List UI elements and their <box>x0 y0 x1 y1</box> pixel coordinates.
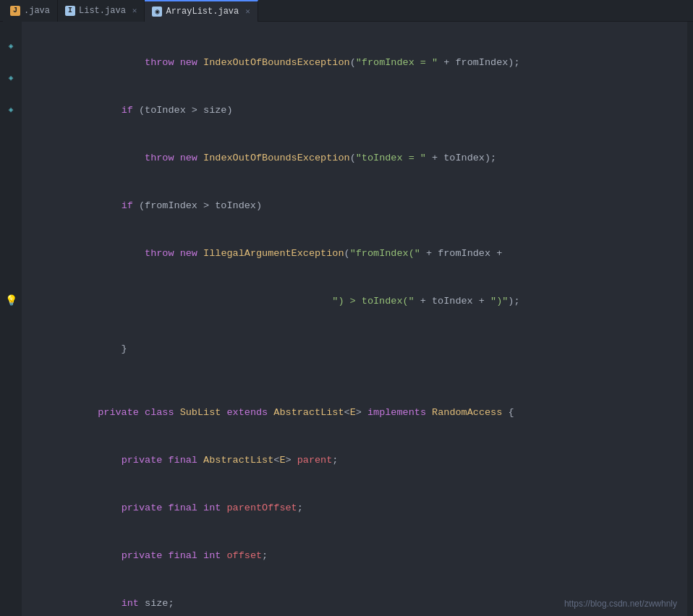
code-line-5: if (fromIndex > toIndex) <box>27 182 687 230</box>
tab-java[interactable]: J .java <box>3 0 58 22</box>
tab-java-label: .java <box>24 6 50 16</box>
gutter-6: ◈ <box>0 101 22 117</box>
gutter-10 <box>0 165 22 181</box>
gutter-15 <box>0 244 22 260</box>
gutter-28 <box>0 451 22 467</box>
gutter-12 <box>0 197 22 213</box>
gutter-24 <box>0 388 22 403</box>
gutter-17 <box>0 276 22 292</box>
gutter-21 <box>0 340 22 356</box>
code-line-4: throw new IndexOutOfBoundsException("toI… <box>27 134 687 182</box>
code-line-10: private class SubList extends AbstractLi… <box>27 389 687 437</box>
gutter-31 <box>0 499 22 515</box>
bulb-icon[interactable]: 💡 <box>5 294 17 307</box>
java-icon: J <box>10 6 20 16</box>
gutter-30 <box>0 483 22 499</box>
tab-bar: J .java I List.java ✕ ◉ ArrayList.java ✕ <box>0 0 693 22</box>
gutter-4: ◈ <box>0 69 22 85</box>
gutter-5 <box>0 85 22 101</box>
code-line-1 <box>27 23 687 39</box>
code-line-8: } <box>27 325 687 373</box>
gutter-20 <box>0 324 22 340</box>
gutter-25 <box>0 403 22 419</box>
tab-list-label: List.java <box>79 6 126 16</box>
tab-list-close[interactable]: ✕ <box>132 6 137 15</box>
gutter-13 <box>0 213 22 228</box>
gutter-19 <box>0 308 22 324</box>
bookmark-icon-3: ◈ <box>9 105 14 114</box>
code-line-2: throw new IndexOutOfBoundsException("fro… <box>27 39 687 87</box>
arraylist-icon: ◉ <box>152 7 162 17</box>
editor: ◈ ◈ ◈ 💡 <box>0 22 693 616</box>
code-line-9 <box>27 373 687 389</box>
scroll-bar[interactable] <box>687 22 693 616</box>
gutter-26 <box>0 419 22 435</box>
code-line-14: int size; <box>27 580 687 616</box>
bookmark-icon-1: ◈ <box>9 41 14 51</box>
gutter-16 <box>0 260 22 276</box>
gutter-22 <box>0 356 22 372</box>
code-line-12: private final int parentOffset; <box>27 484 687 532</box>
gutter-11 <box>0 181 22 197</box>
tab-list-java[interactable]: I List.java ✕ <box>58 0 145 22</box>
gutter-7 <box>0 117 22 133</box>
code-lines: throw new IndexOutOfBoundsException("fro… <box>22 22 687 616</box>
gutter-3 <box>0 54 22 69</box>
code-line-7: ") > toIndex(" + toIndex + ")"); <box>27 278 687 325</box>
code-line-6: throw new IllegalArgumentException("from… <box>27 230 687 278</box>
gutter-14 <box>0 228 22 244</box>
tab-arraylist-java[interactable]: ◉ ArrayList.java ✕ <box>145 0 258 22</box>
gutter-18[interactable]: 💡 <box>0 292 22 308</box>
gutter-2: ◈ <box>0 38 22 54</box>
list-icon: I <box>65 6 75 16</box>
gutter-icons: ◈ ◈ ◈ 💡 <box>0 22 22 616</box>
gutter-8 <box>0 133 22 149</box>
gutter-23 <box>0 372 22 388</box>
tab-arraylist-close[interactable]: ✕ <box>245 7 250 16</box>
watermark: https://blog.csdn.net/zwwhnly <box>564 599 677 609</box>
code-area: throw new IndexOutOfBoundsException("fro… <box>22 22 687 616</box>
code-line-3: if (toIndex > size) <box>27 87 687 134</box>
code-line-13: private final int offset; <box>27 532 687 580</box>
bookmark-icon-2: ◈ <box>9 73 14 82</box>
gutter-1 <box>0 22 22 38</box>
gutter-9 <box>0 149 22 165</box>
tab-arraylist-label: ArrayList.java <box>166 7 239 17</box>
gutter-29 <box>0 467 22 483</box>
gutter-27 <box>0 435 22 451</box>
code-line-11: private final AbstractList<E> parent; <box>27 437 687 484</box>
